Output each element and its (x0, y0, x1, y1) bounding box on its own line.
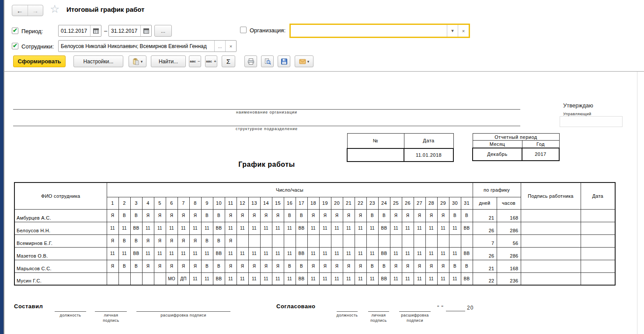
day-value-cell: 11 (437, 272, 449, 285)
organization-checkbox[interactable] (240, 27, 247, 33)
date-cell (581, 234, 615, 247)
day-value-cell: ВВ (213, 222, 225, 234)
period-to-calendar-button[interactable] (140, 25, 151, 36)
day-value-cell: В (378, 260, 390, 272)
font-decrease-button[interactable]: авс− (189, 55, 201, 67)
day-value-cell: Я (142, 260, 154, 272)
employees-label: Сотрудники: (21, 43, 54, 50)
forward-button[interactable]: → (28, 5, 43, 16)
date-header: Дата (404, 134, 453, 148)
composed-position-caption: должность (47, 313, 94, 318)
day-value-cell: 11 (331, 272, 343, 285)
day-value-cell: В (284, 260, 296, 272)
signature-cell (521, 247, 581, 260)
preview-button[interactable] (261, 55, 274, 67)
nav-button-group: ← → (12, 5, 43, 16)
period-more-button[interactable]: ... (154, 25, 172, 37)
chevron-down-icon: ▾ (451, 28, 454, 34)
day-value-cell: 11 (414, 272, 425, 285)
scrollbar-track[interactable] (637, 72, 637, 334)
day-value-cell: ВВ (378, 222, 390, 234)
generate-button[interactable]: Сформировать (13, 55, 66, 67)
sum-button[interactable]: Σ (222, 55, 235, 67)
back-icon: ← (17, 7, 23, 14)
day-value-cell: В (118, 209, 130, 222)
organization-clear-button[interactable]: × (458, 25, 469, 37)
day-value-cell: 11 (260, 247, 272, 260)
organization-input[interactable] (291, 25, 447, 37)
day-value-cell: ВВ (296, 272, 307, 285)
day-value-cell: 11 (178, 247, 189, 260)
day-value-cell (130, 272, 142, 285)
composed-signature-line (95, 311, 127, 312)
back-button[interactable]: ← (12, 5, 28, 16)
agreed-signature-caption: личная подпись (366, 313, 392, 323)
print-button[interactable] (244, 55, 257, 67)
day-value-cell (437, 234, 449, 247)
day-value-cell: В (284, 209, 296, 222)
date-cell (581, 222, 615, 234)
day-number-header: 11 (225, 197, 237, 209)
agreed-transcript-caption: расшифровка подписи (401, 313, 429, 323)
schedule-header-row-1: ФИО сотрудника Число/часы по графику Под… (14, 182, 615, 197)
day-value-cell: 11 (201, 247, 213, 260)
day-value-cell: Я (142, 209, 154, 222)
period-to-input[interactable] (109, 25, 140, 36)
period-label: Период: (21, 28, 43, 34)
day-value-cell: 11 (189, 272, 201, 285)
day-value-cell: Я (237, 209, 248, 222)
check-icon: ✔ (13, 28, 17, 33)
employees-checkbox[interactable]: ✔ (12, 43, 18, 49)
employee-row: Мазетов О.В.1111ВВ111111111111ВВ11111111… (14, 247, 615, 260)
day-value-cell (284, 234, 296, 247)
mail-dropdown-button[interactable]: ▾ (295, 55, 313, 67)
period-from-input[interactable] (59, 25, 90, 36)
day-value-cell: 11 (355, 272, 366, 285)
font-increase-button[interactable]: авс+ (205, 55, 217, 67)
day-value-cell: 11 (366, 272, 378, 285)
report-title: График работы (13, 161, 520, 169)
day-value-cell (319, 234, 331, 247)
by-schedule-header: по графику (473, 182, 521, 197)
period-checkbox[interactable]: ✔ (12, 28, 18, 34)
employee-row: Мусин Г.С.МОДП1111ВВ111111111111ВВ111111… (14, 272, 615, 285)
day-value-cell (307, 234, 319, 247)
day-number-header: 25 (390, 197, 402, 209)
year-value: 2017 (522, 148, 559, 161)
preview-icon (264, 58, 271, 65)
signature-cell (521, 209, 581, 222)
employees-clear-button[interactable]: × (225, 41, 236, 52)
day-value-cell: 11 (437, 222, 449, 234)
period-from-calendar-button[interactable] (90, 25, 101, 36)
favorite-star-icon[interactable]: ☆ (50, 3, 59, 15)
find-button[interactable]: Найти... (151, 55, 186, 67)
day-value-cell: 11 (225, 222, 237, 234)
save-button[interactable] (278, 55, 290, 67)
day-number-header: 8 (189, 197, 201, 209)
day-value-cell: 11 (319, 222, 331, 234)
day-value-cell: В (378, 209, 390, 222)
day-value-cell: 11 (142, 247, 154, 260)
day-number-header: 21 (343, 197, 355, 209)
day-value-cell: 11 (154, 247, 166, 260)
day-value-cell: Я (272, 260, 284, 272)
chevron-down-icon: ▾ (307, 59, 310, 64)
window-edge-stripe (0, 0, 4, 334)
day-value-cell: В (130, 260, 142, 272)
employees-input[interactable] (59, 41, 214, 52)
organization-dropdown-button[interactable]: ▾ (447, 25, 458, 37)
settings-button[interactable]: Настройки... (73, 55, 123, 67)
day-value-cell: 11 (166, 222, 178, 234)
page-title: Итоговый график работ (66, 6, 144, 13)
employees-more-button[interactable]: ... (214, 41, 225, 52)
printer-icon (247, 58, 254, 65)
day-value-cell: Я (425, 260, 437, 272)
period-from-field (58, 25, 101, 37)
day-value-cell: 11 (414, 222, 425, 234)
signature-cell (521, 260, 581, 272)
day-value-cell: ВВ (130, 222, 142, 234)
day-value-cell: Я (355, 260, 366, 272)
day-value-cell: 11 (178, 222, 189, 234)
day-value-cell: 11 (319, 272, 331, 285)
copy-dropdown-button[interactable]: ▾ (129, 55, 146, 67)
